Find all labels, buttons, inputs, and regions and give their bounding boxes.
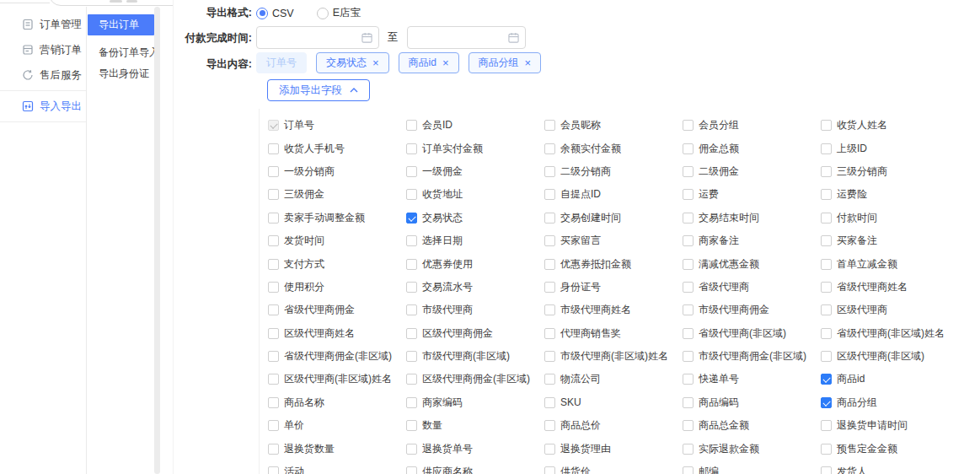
field-checkbox-item[interactable]: 省级代理商佣金(非区域) xyxy=(268,345,406,368)
field-checkbox-item[interactable]: 商品id xyxy=(821,368,959,391)
field-checkbox-item[interactable]: 收货人姓名 xyxy=(821,114,959,137)
checkbox[interactable] xyxy=(683,444,693,455)
field-checkbox-item[interactable]: 运费 xyxy=(683,183,821,206)
checkbox[interactable] xyxy=(683,120,693,131)
checkbox[interactable] xyxy=(821,397,832,408)
checkbox[interactable] xyxy=(821,328,832,339)
field-checkbox-item[interactable]: 预售定金金额 xyxy=(821,437,959,460)
field-checkbox-item[interactable]: 交易状态 xyxy=(406,207,544,229)
field-checkbox-item[interactable]: SKU xyxy=(544,391,683,414)
field-checkbox-item[interactable]: 区级代理商佣金 xyxy=(406,322,544,345)
field-checkbox-item[interactable]: 市级代理商姓名 xyxy=(544,299,683,321)
checkbox[interactable] xyxy=(544,328,555,339)
checkbox[interactable] xyxy=(268,189,279,200)
checkbox[interactable] xyxy=(268,259,279,270)
field-checkbox-item[interactable]: 数量 xyxy=(406,414,544,437)
field-checkbox-item[interactable]: 买家留言 xyxy=(544,229,683,252)
checkbox[interactable] xyxy=(683,282,693,293)
checkbox[interactable] xyxy=(406,444,417,455)
field-checkbox-item[interactable]: 退换货申请时间 xyxy=(821,414,959,437)
checkbox[interactable] xyxy=(821,259,832,270)
field-checkbox-item[interactable]: 一级分销商 xyxy=(268,160,406,183)
checkbox[interactable] xyxy=(683,259,693,270)
checkbox[interactable] xyxy=(406,328,417,339)
checkbox[interactable] xyxy=(683,304,693,315)
field-checkbox-item[interactable]: 省级代理商 xyxy=(683,276,821,299)
checkbox[interactable] xyxy=(406,213,417,224)
checkbox[interactable] xyxy=(268,304,279,315)
start-date-input[interactable] xyxy=(256,26,379,49)
field-checkbox-item[interactable]: 商品名称 xyxy=(268,391,406,414)
field-checkbox-item[interactable]: 区级代理商(非区域) xyxy=(821,345,959,368)
field-checkbox-item[interactable]: 区级代理商 xyxy=(821,299,959,321)
field-checkbox-item[interactable]: 买家备注 xyxy=(821,229,959,252)
checkbox[interactable] xyxy=(544,397,555,408)
field-checkbox-item[interactable]: 区级代理商佣金(非区域) xyxy=(406,368,544,391)
end-date-input[interactable] xyxy=(407,26,526,49)
field-checkbox-item[interactable]: 订单号 xyxy=(268,114,406,137)
field-checkbox-item[interactable]: 二级分销商 xyxy=(544,160,683,183)
checkbox[interactable] xyxy=(821,466,832,474)
checkbox[interactable] xyxy=(683,166,693,177)
submenu-item-backup-order-import[interactable]: 备份订单导入 xyxy=(88,42,154,63)
field-checkbox-item[interactable]: 供货价 xyxy=(544,461,683,474)
remove-tag-icon[interactable]: × xyxy=(442,57,449,68)
field-checkbox-item[interactable]: 交易结束时间 xyxy=(683,207,821,229)
checkbox[interactable] xyxy=(683,397,693,408)
remove-tag-icon[interactable]: × xyxy=(525,57,532,68)
checkbox[interactable] xyxy=(544,166,555,177)
checkbox[interactable] xyxy=(821,374,832,385)
checkbox[interactable] xyxy=(268,120,279,131)
checkbox[interactable] xyxy=(544,189,555,200)
field-checkbox-item[interactable]: 二级佣金 xyxy=(683,160,821,183)
field-checkbox-item[interactable]: 商品总价 xyxy=(544,414,683,437)
checkbox[interactable] xyxy=(268,397,279,408)
checkbox[interactable] xyxy=(406,166,417,177)
field-checkbox-item[interactable]: 身份证号 xyxy=(544,276,683,299)
checkbox[interactable] xyxy=(268,374,279,385)
field-checkbox-item[interactable]: 市级代理商(非区域)姓名 xyxy=(544,345,683,368)
checkbox[interactable] xyxy=(683,374,693,385)
sidebar-item-marketing-orders[interactable]: 营销订单 xyxy=(0,37,86,62)
field-checkbox-item[interactable]: 发货人 xyxy=(821,461,959,474)
checkbox[interactable] xyxy=(406,143,417,154)
field-checkbox-item[interactable]: 省级代理商佣金 xyxy=(268,299,406,321)
checkbox[interactable] xyxy=(544,444,555,455)
checkbox[interactable] xyxy=(683,420,693,431)
field-checkbox-item[interactable]: 三级分销商 xyxy=(821,160,959,183)
checkbox[interactable] xyxy=(406,120,417,131)
checkbox[interactable] xyxy=(268,351,279,362)
field-checkbox-item[interactable]: 余额实付金额 xyxy=(544,137,683,159)
checkbox[interactable] xyxy=(544,259,555,270)
field-checkbox-item[interactable]: 交易流水号 xyxy=(406,276,544,299)
checkbox[interactable] xyxy=(683,235,693,246)
field-checkbox-item[interactable]: 退换货数量 xyxy=(268,437,406,460)
checkbox[interactable] xyxy=(268,420,279,431)
radio-button[interactable] xyxy=(317,8,329,19)
checkbox[interactable] xyxy=(268,444,279,455)
checkbox[interactable] xyxy=(821,189,832,200)
tag-product-group[interactable]: 商品分组 × xyxy=(469,52,542,73)
checkbox[interactable] xyxy=(544,351,555,362)
checkbox[interactable] xyxy=(544,420,555,431)
field-checkbox-item[interactable]: 省级代理商姓名 xyxy=(821,276,959,299)
field-checkbox-item[interactable]: 佣金总额 xyxy=(683,137,821,159)
field-checkbox-item[interactable]: 使用积分 xyxy=(268,276,406,299)
field-checkbox-item[interactable]: 退换货理由 xyxy=(544,437,683,460)
field-checkbox-item[interactable]: 单价 xyxy=(268,414,406,437)
checkbox[interactable] xyxy=(821,235,832,246)
checkbox[interactable] xyxy=(544,120,555,131)
field-checkbox-item[interactable]: 供应商名称 xyxy=(406,461,544,474)
field-checkbox-item[interactable]: 活动 xyxy=(268,461,406,474)
checkbox[interactable] xyxy=(821,304,832,315)
field-checkbox-item[interactable]: 收货人手机号 xyxy=(268,137,406,159)
submenu-item-export-id-card[interactable]: 导出身份证 xyxy=(88,63,154,84)
checkbox[interactable] xyxy=(683,189,693,200)
field-checkbox-item[interactable]: 三级佣金 xyxy=(268,183,406,206)
field-checkbox-item[interactable]: 区级代理商(非区域)姓名 xyxy=(268,368,406,391)
checkbox[interactable] xyxy=(406,374,417,385)
field-checkbox-item[interactable]: 商品总金额 xyxy=(683,414,821,437)
field-checkbox-item[interactable]: 自提点ID xyxy=(544,183,683,206)
checkbox[interactable] xyxy=(268,166,279,177)
checkbox[interactable] xyxy=(683,351,693,362)
